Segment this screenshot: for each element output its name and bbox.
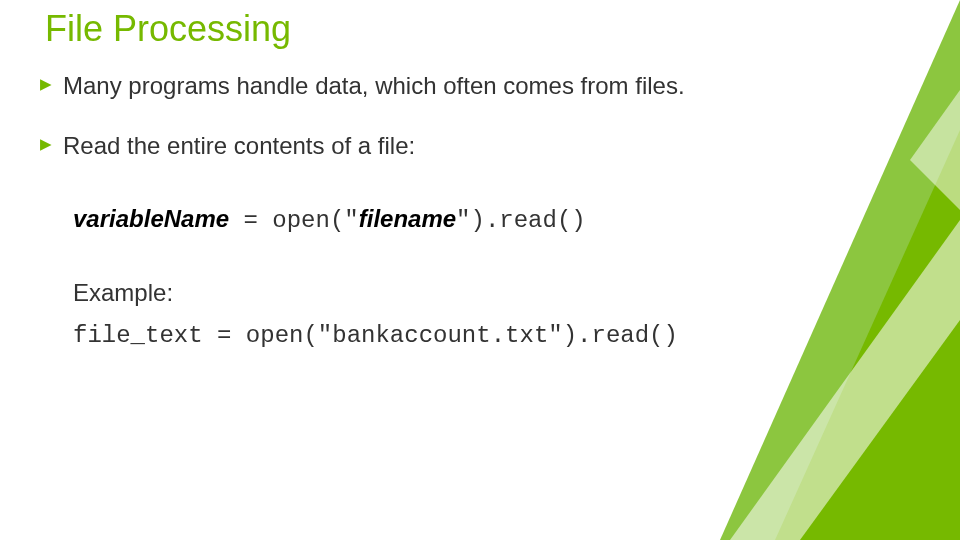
svg-marker-3 xyxy=(910,90,960,210)
syntax-variable: variableName xyxy=(73,205,229,232)
svg-marker-1 xyxy=(775,130,960,540)
example-code: file_text = open("bankaccount.txt").read… xyxy=(73,320,760,352)
example-label: Example: xyxy=(73,277,760,309)
syntax-open: open(" xyxy=(272,207,358,234)
bullet-item: Read the entire contents of a file: xyxy=(45,130,760,162)
syntax-line: variableName = open("filename").read() xyxy=(73,203,760,237)
svg-marker-2 xyxy=(730,220,960,540)
bullet-text: Many programs handle data, which often c… xyxy=(63,72,685,99)
syntax-filename: filename xyxy=(359,205,456,232)
syntax-close: ").read() xyxy=(456,207,586,234)
bullet-text: Read the entire contents of a file: xyxy=(63,132,415,159)
bullet-item: Many programs handle data, which often c… xyxy=(45,70,760,102)
syntax-equals: = xyxy=(229,207,272,234)
slide-title: File Processing xyxy=(45,8,291,50)
slide: File Processing Many programs handle dat… xyxy=(0,0,960,540)
slide-body: Many programs handle data, which often c… xyxy=(45,70,760,362)
